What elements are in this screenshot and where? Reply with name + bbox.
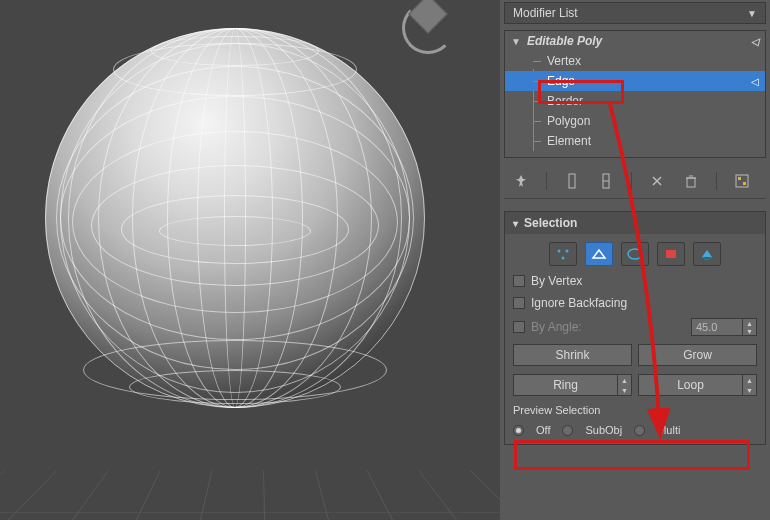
loop-button[interactable]: Loop ▲▼ [638, 374, 757, 396]
stack-root-label: Editable Poly [527, 34, 602, 48]
sphere-mesh [45, 28, 425, 408]
by-angle-row: By Angle: ▲▼ [513, 318, 757, 336]
svg-point-10 [566, 250, 569, 253]
checkbox-icon [513, 321, 525, 333]
subobject-label: Polygon [547, 114, 590, 128]
make-unique-icon[interactable] [597, 172, 615, 190]
ground-grid [0, 471, 500, 520]
selection-title: Selection [524, 216, 577, 230]
by-vertex-checkbox[interactable]: By Vertex [513, 274, 757, 288]
checkbox-icon [513, 275, 525, 287]
subobject-icon-row [513, 242, 757, 266]
select-border-icon[interactable] [621, 242, 649, 266]
modify-panel: Modifier List ▼ ▼Editable Poly ◁ Vertex … [500, 0, 770, 520]
spinner-down-icon: ▼ [618, 385, 631, 395]
collapse-arrow-icon: ▼ [511, 36, 521, 47]
svg-rect-0 [569, 174, 575, 188]
modifier-list-label: Modifier List [513, 6, 578, 20]
radio-multi[interactable] [634, 425, 645, 436]
svg-point-12 [628, 249, 642, 259]
radio-subobj-label: SubObj [585, 424, 622, 436]
modifier-list-dropdown[interactable]: Modifier List ▼ [504, 2, 766, 24]
viewport-3d[interactable] [0, 0, 500, 520]
spinner-down-icon: ▼ [743, 385, 756, 395]
selection-rollout-header[interactable]: ▾ Selection [505, 212, 765, 234]
spinner-up-icon: ▲ [618, 375, 631, 385]
select-edge-icon[interactable] [585, 242, 613, 266]
viewcube[interactable] [392, 0, 464, 64]
subobject-polygon[interactable]: Polygon [505, 111, 765, 131]
spinner-up-icon: ▲ [743, 375, 756, 385]
subobject-label: Border [547, 94, 583, 108]
radio-off[interactable] [513, 425, 524, 436]
shrink-button[interactable]: Shrink [513, 344, 632, 366]
subobject-element[interactable]: Element [505, 131, 765, 151]
grow-button[interactable]: Grow [638, 344, 757, 366]
shrink-label: Shrink [513, 344, 632, 366]
loop-spinner[interactable]: ▲▼ [743, 374, 757, 396]
svg-rect-8 [743, 182, 746, 185]
ring-spinner[interactable]: ▲▼ [618, 374, 632, 396]
by-vertex-label: By Vertex [531, 274, 582, 288]
chevron-down-icon: ▼ [747, 8, 757, 19]
svg-point-9 [558, 250, 561, 253]
by-angle-label: By Angle: [531, 320, 582, 334]
collapse-arrow-icon: ▾ [513, 218, 518, 229]
radio-subobj[interactable] [562, 425, 573, 436]
show-end-result-icon[interactable] [563, 172, 581, 190]
subobject-label: Edge [547, 74, 575, 88]
grow-label: Grow [638, 344, 757, 366]
flyout-icon: ◁ [751, 36, 759, 47]
stack-toolshelf [504, 164, 766, 199]
checkbox-icon [513, 297, 525, 309]
ignore-backfacing-checkbox[interactable]: Ignore Backfacing [513, 296, 757, 310]
configure-icon[interactable] [733, 172, 751, 190]
subobject-edge[interactable]: Edge ◁ [505, 71, 765, 91]
preview-selection-label: Preview Selection [513, 404, 757, 416]
svg-rect-13 [666, 250, 676, 258]
stack-root[interactable]: ▼Editable Poly ◁ [505, 31, 765, 51]
select-element-icon[interactable] [693, 242, 721, 266]
preview-selection-radios: Off SubObj Multi [513, 424, 757, 436]
ring-button[interactable]: Ring ▲▼ [513, 374, 632, 396]
modifier-stack: ▼Editable Poly ◁ Vertex Edge ◁ Border Po… [504, 30, 766, 158]
pin-icon[interactable] [512, 172, 530, 190]
subobject-border[interactable]: Border [505, 91, 765, 111]
by-angle-input [691, 318, 743, 336]
svg-point-11 [562, 257, 565, 260]
subobject-label: Vertex [547, 54, 581, 68]
radio-multi-label: Multi [657, 424, 680, 436]
subobject-vertex[interactable]: Vertex [505, 51, 765, 71]
select-vertex-icon[interactable] [549, 242, 577, 266]
svg-rect-6 [736, 175, 748, 187]
spinner-down-icon: ▼ [743, 327, 756, 335]
by-angle-spinner: ▲▼ [691, 318, 757, 336]
remove-modifier-icon[interactable] [648, 172, 666, 190]
svg-rect-7 [738, 177, 741, 180]
sphere-object[interactable] [45, 28, 425, 408]
svg-rect-3 [687, 178, 695, 187]
spinner-up-icon: ▲ [743, 319, 756, 327]
subobject-label: Element [547, 134, 591, 148]
select-polygon-icon[interactable] [657, 242, 685, 266]
flyout-icon: ◁ [751, 76, 759, 87]
radio-off-label: Off [536, 424, 550, 436]
ignore-backfacing-label: Ignore Backfacing [531, 296, 627, 310]
trash-icon[interactable] [682, 172, 700, 190]
ring-label: Ring [513, 374, 618, 396]
loop-label: Loop [638, 374, 743, 396]
selection-rollout: ▾ Selection By Vertex Ignore Backfacing [504, 211, 766, 445]
